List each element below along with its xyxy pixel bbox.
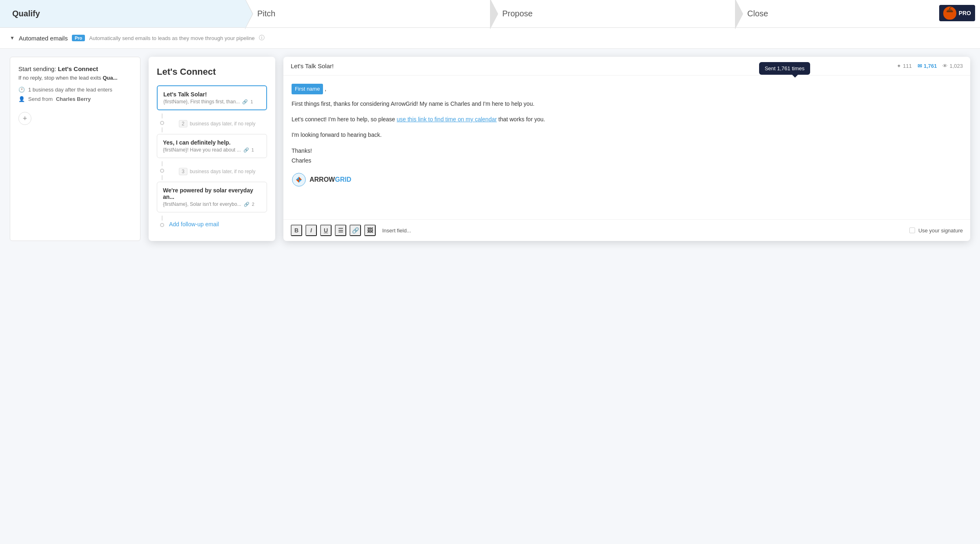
stage-propose-label: Propose: [502, 9, 533, 18]
email-greeting: First name ,: [292, 84, 962, 94]
email-icon: ✉: [918, 63, 922, 69]
stage-pitch[interactable]: Pitch: [245, 0, 490, 27]
email-3-subject: We're powered by solar everyday an...: [163, 187, 261, 200]
card-title-bold: Let's Connect: [58, 65, 98, 72]
arrowgrid-svg: [292, 172, 306, 187]
pro-text: PRO: [959, 10, 971, 16]
delay-label-2: 2 business days later, if no reply: [169, 117, 255, 129]
main-content: Start sending: Let's Connect If no reply…: [0, 49, 980, 249]
underline-button[interactable]: U: [320, 225, 332, 236]
arrowgrid-text: ARROWGRID: [310, 174, 351, 185]
link-icon-3: 🔗: [244, 202, 249, 207]
left-sequence-card: Start sending: Let's Connect If no reply…: [10, 57, 140, 241]
clicks-value: 111: [903, 63, 912, 69]
stage-qualify[interactable]: Qualify: [0, 0, 245, 27]
eye-icon: 👁: [942, 63, 948, 69]
email-card-3[interactable]: We're powered by solar everyday an... {f…: [157, 182, 267, 212]
list-button[interactable]: ☰: [335, 225, 346, 236]
email-card-2[interactable]: Yes, I can definitely help. {firstName}!…: [157, 134, 267, 158]
sequence-dot-2: [160, 121, 164, 125]
automated-emails-bar: ▼ Automated emails Pro Automatically sen…: [0, 28, 980, 49]
signature-checkbox[interactable]: [909, 227, 915, 233]
email-sequence: Let's Talk Solar! {firstName}, First thi…: [157, 85, 267, 231]
card-subtitle: If no reply, stop when the lead exits Qu…: [18, 75, 132, 81]
greeting-suffix: ,: [325, 85, 326, 92]
signature-area: Use your signature: [909, 227, 963, 234]
card-title-prefix: Start sending:: [18, 65, 56, 72]
sequence-dot-add: [160, 223, 164, 227]
email-2-subject: Yes, I can definitely help.: [163, 139, 261, 146]
svg-rect-2: [947, 11, 953, 12]
email-card-1[interactable]: Let's Talk Solar! {firstName}, First thi…: [157, 85, 267, 110]
stage-close-label: Close: [747, 9, 768, 18]
add-followup-label: Add follow-up email: [169, 221, 219, 227]
para2-suffix: that works for you.: [499, 116, 545, 123]
automated-emails-label: Automated emails: [19, 35, 68, 42]
stat-clicks: ✦ 111: [897, 63, 912, 69]
chevron-down-icon[interactable]: ▼: [10, 35, 15, 41]
meta-delay-text: 1 business day after the lead enters: [28, 87, 112, 93]
clock-icon: 🕐: [18, 87, 25, 93]
sent-tooltip: Sent 1,761 times: [759, 62, 811, 75]
para2-prefix: Let's connect! I'm here to help, so plea…: [292, 116, 397, 123]
acorn-icon: [943, 7, 956, 20]
add-followup-button[interactable]: Add follow-up email: [169, 216, 219, 229]
calendar-link[interactable]: use this link to find time on my calenda…: [397, 116, 497, 123]
meta-sender-name: Charles Berry: [56, 96, 91, 102]
sign2: Charles: [292, 156, 962, 166]
stage-propose[interactable]: Propose: [490, 0, 735, 27]
automated-emails-desc: Automatically send emails to leads as th…: [89, 35, 254, 41]
email-preview-panel: Sent 1,761 times ✦ 111 ✉ 1,761 👁 1,023: [283, 57, 970, 241]
header-stats: ✦ 111 ✉ 1,761 👁 1,023: [897, 63, 963, 69]
views-value: 1,023: [949, 63, 963, 69]
cursor-icon: ✦: [897, 63, 901, 69]
delay-row-3: 3 business days later, if no reply: [157, 160, 267, 182]
panel-title: Let's Connect: [157, 67, 267, 77]
insert-field-button[interactable]: Insert field...: [379, 226, 414, 235]
meta-sender: 👤 Send from Charles Berry: [18, 96, 132, 102]
person-icon: 👤: [18, 96, 25, 102]
sequence-dot-3: [160, 169, 164, 173]
stat-sent: ✉ 1,761: [918, 63, 937, 69]
arrowgrid-logo: ARROWGRID: [292, 172, 962, 187]
meta-sender-prefix: Send from: [28, 96, 53, 102]
add-followup-row: Add follow-up email: [157, 214, 267, 231]
svg-line-4: [950, 7, 951, 8]
stage-pitch-label: Pitch: [257, 9, 275, 18]
email-para3: I'm looking forward to hearing back.: [292, 130, 962, 140]
italic-button[interactable]: I: [305, 225, 317, 236]
link-icon-2: 🔗: [243, 147, 249, 153]
delay-row-2: 2 business days later, if no reply: [157, 112, 267, 134]
link-icon: 🔗: [242, 99, 248, 105]
image-button[interactable]: 🖼: [364, 225, 376, 236]
email-1-preview: {firstName}, First things first, than...…: [163, 99, 261, 105]
lets-connect-panel: Let's Connect Let's Talk Solar! {firstNa…: [149, 57, 275, 241]
email-toolbar: B I U ☰ 🔗 🖼 Insert field... Use your sig…: [283, 219, 970, 241]
card-meta: 🕐 1 business day after the lead enters 👤…: [18, 87, 132, 102]
signature-label: Use your signature: [918, 227, 963, 234]
firstname-badge: First name: [292, 84, 323, 94]
pro-pill: Pro: [72, 35, 85, 41]
email-1-subject: Let's Talk Solar!: [163, 91, 261, 98]
email-para2: Let's connect! I'm here to help, so plea…: [292, 115, 962, 125]
pro-badge: PRO: [939, 5, 975, 21]
link-button[interactable]: 🔗: [350, 225, 361, 236]
stage-qualify-label: Qualify: [12, 9, 40, 18]
email-body: First name , First things first, thanks …: [283, 76, 970, 219]
subtitle-bold: Qua...: [102, 75, 117, 81]
card-title: Start sending: Let's Connect: [18, 65, 132, 72]
sent-value: 1,761: [924, 63, 937, 69]
info-icon[interactable]: ⓘ: [259, 34, 265, 42]
pipeline-header: Qualify Pitch Propose Close PRO: [0, 0, 980, 28]
email-para1: First things first, thanks for consideri…: [292, 99, 962, 109]
tooltip-text: Sent 1,761 times: [765, 65, 805, 71]
bold-button[interactable]: B: [291, 225, 302, 236]
sign1: Thanks!: [292, 146, 962, 156]
stat-views: 👁 1,023: [942, 63, 963, 69]
subtitle-prefix: If no reply, stop when the lead exits: [18, 75, 101, 81]
email-preview-header: Sent 1,761 times ✦ 111 ✉ 1,761 👁 1,023: [283, 57, 970, 76]
meta-delay: 🕐 1 business day after the lead enters: [18, 87, 132, 93]
add-sequence-button[interactable]: +: [18, 112, 31, 125]
email-3-preview: {firstName}, Solar isn't for everybo... …: [163, 201, 261, 207]
delay-label-3: 3 business days later, if no reply: [169, 165, 255, 177]
